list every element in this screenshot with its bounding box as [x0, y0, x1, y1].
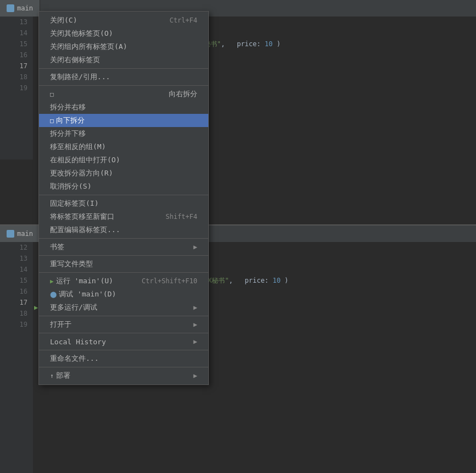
- menu-close-shortcut: Ctrl+F4: [169, 16, 197, 24]
- tab-label-top: main: [17, 4, 33, 12]
- more-run-arrow-icon: ▶: [193, 304, 197, 311]
- menu-item-copy-path[interactable]: 复制路径/引用...: [39, 70, 208, 84]
- menu-open-in-label: 打开于: [50, 320, 71, 329]
- line-num-b-18: 18: [0, 308, 27, 319]
- line-num-b-12: 12: [0, 242, 27, 253]
- menu-close-others-label: 关闭其他标签页(O): [50, 29, 113, 38]
- menu-split-down-label: 向下拆分: [56, 116, 85, 125]
- menu-split-right-move-label: 拆分并右移: [50, 102, 86, 112]
- separator-8: [39, 333, 208, 333]
- menu-item-more-run[interactable]: 更多运行/调试 ▶: [39, 301, 208, 314]
- menu-item-run[interactable]: ▶ 运行 'main'(U) Ctrl+Shift+F10: [39, 274, 208, 288]
- menu-item-unsplit[interactable]: 取消拆分(S): [39, 180, 208, 193]
- separator-5: [39, 255, 208, 256]
- separator-6: [39, 272, 208, 273]
- menu-item-move-to-window[interactable]: 将标签页移至新窗口 Shift+F4: [39, 210, 208, 223]
- menu-copy-path-label: 复制路径/引用...: [50, 72, 110, 82]
- menu-item-rename-file[interactable]: 重命名文件...: [39, 352, 208, 365]
- editor-tab-main-bottom[interactable]: main: [0, 226, 40, 242]
- separator-3: [39, 195, 208, 195]
- menu-item-close-all-group[interactable]: 关闭组内所有标签页(A): [39, 40, 208, 53]
- separator-1: [39, 68, 208, 69]
- line-num-16: 16: [0, 50, 27, 61]
- menu-split-right-label: 向右拆分: [169, 89, 197, 99]
- menu-split-down-move-label: 拆分并下移: [50, 129, 86, 139]
- menu-move-window-label: 将标签页移至新窗口: [50, 212, 114, 222]
- menu-item-deploy[interactable]: ↑ 部署 ▶: [39, 369, 208, 382]
- line-num-b-13: 13: [0, 253, 27, 264]
- bookmarks-arrow-icon: ▶: [193, 243, 197, 251]
- menu-item-close[interactable]: 关闭(C) Ctrl+F4: [39, 14, 208, 27]
- line-num-b-15: 15: [0, 275, 27, 286]
- line-numbers-bottom: 12 13 14 15 16 17 18 19: [0, 242, 33, 473]
- menu-rename-file-label: 重命名文件...: [50, 354, 98, 364]
- menu-item-change-splitter[interactable]: 更改拆分器方向(R): [39, 167, 208, 180]
- line-num-13: 13: [0, 16, 27, 28]
- local-history-arrow-icon: ▶: [193, 338, 197, 345]
- menu-item-split-down[interactable]: □ 向下拆分: [39, 114, 208, 127]
- line-num-b-14: 14: [0, 264, 27, 275]
- menu-rewrite-filetype-label: 重写文件类型: [50, 259, 93, 269]
- menu-run-shortcut: Ctrl+Shift+F10: [142, 277, 197, 285]
- menu-close-right-label: 关闭右侧标签页: [50, 55, 100, 65]
- menu-item-split-right-move[interactable]: 拆分并右移: [39, 101, 208, 114]
- separator-2: [39, 85, 208, 86]
- line-numbers-top: 13 14 15 16 17 18 19: [0, 16, 33, 160]
- menu-move-opposite-label: 移至相反的组(M): [50, 142, 106, 152]
- menu-more-run-label: 更多运行/调试: [50, 302, 97, 312]
- menu-item-open-in[interactable]: 打开于 ▶: [39, 318, 208, 331]
- menu-close-all-group-label: 关闭组内所有标签页(A): [50, 42, 127, 52]
- menu-run-label: 运行 'main'(U): [56, 276, 113, 286]
- split-right-icon: □: [50, 91, 54, 98]
- menu-item-local-history[interactable]: Local History ▶: [39, 335, 208, 348]
- menu-item-close-right[interactable]: 关闭右侧标签页: [39, 53, 208, 67]
- line-num-b-17: 17: [0, 297, 27, 308]
- menu-item-split-right[interactable]: □ 向右拆分: [39, 87, 208, 101]
- menu-deploy-label: 部署: [56, 371, 70, 381]
- python-file-icon-2: [7, 230, 14, 238]
- menu-debug-label: 调试 'main'(D): [59, 289, 116, 299]
- menu-move-window-shortcut: Shift+F4: [165, 213, 197, 221]
- separator-4: [39, 238, 208, 239]
- line-num-17: 17: [0, 61, 27, 72]
- menu-item-split-down-move[interactable]: 拆分并下移: [39, 127, 208, 140]
- run-arrow-indicator: ▶: [34, 304, 38, 311]
- split-down-icon: □: [50, 117, 54, 124]
- python-file-icon: [7, 4, 14, 12]
- context-menu: 关闭(C) Ctrl+F4 关闭其他标签页(O) 关闭组内所有标签页(A) 关闭…: [38, 11, 209, 385]
- open-in-arrow-icon: ▶: [193, 321, 197, 328]
- tab-label-bottom: main: [17, 230, 33, 238]
- menu-item-move-to-opposite[interactable]: 移至相反的组(M): [39, 140, 208, 153]
- line-num-b-16: 16: [0, 286, 27, 297]
- menu-change-splitter-label: 更改拆分器方向(R): [50, 168, 113, 178]
- separator-10: [39, 367, 208, 367]
- deploy-arrow-icon: ▶: [193, 372, 197, 380]
- menu-item-configure-tabs[interactable]: 配置编辑器标签页...: [39, 223, 208, 237]
- line-num-18: 18: [0, 72, 27, 82]
- menu-close-label: 关闭(C): [50, 15, 77, 25]
- menu-bookmarks-label: 书签: [50, 242, 64, 252]
- line-num-19: 19: [0, 82, 27, 94]
- separator-7: [39, 316, 208, 316]
- debug-icon: ⬤: [50, 291, 57, 298]
- menu-pin-tab-label: 固定标签页(I): [50, 199, 98, 208]
- menu-unsplit-label: 取消拆分(S): [50, 182, 91, 191]
- menu-item-close-others[interactable]: 关闭其他标签页(O): [39, 27, 208, 40]
- menu-item-debug[interactable]: ⬤ 调试 'main'(D): [39, 288, 208, 301]
- line-num-15: 15: [0, 38, 27, 50]
- line-num-14: 14: [0, 28, 27, 38]
- menu-item-open-in-opposite[interactable]: 在相反的组中打开(O): [39, 153, 208, 167]
- menu-item-pin-tab[interactable]: 固定标签页(I): [39, 197, 208, 210]
- menu-item-bookmarks[interactable]: 书签 ▶: [39, 240, 208, 254]
- run-icon: ▶: [50, 278, 54, 285]
- menu-item-rewrite-filetype[interactable]: 重写文件类型: [39, 257, 208, 271]
- menu-open-opposite-label: 在相反的组中打开(O): [50, 155, 120, 165]
- menu-local-history-label: Local History: [50, 338, 106, 346]
- line-num-b-19: 19: [0, 319, 27, 330]
- menu-configure-tabs-label: 配置编辑器标签页...: [50, 225, 120, 235]
- deploy-icon: ↑: [50, 372, 54, 380]
- editor-tab-main-top[interactable]: main: [0, 0, 40, 16]
- separator-9: [39, 350, 208, 350]
